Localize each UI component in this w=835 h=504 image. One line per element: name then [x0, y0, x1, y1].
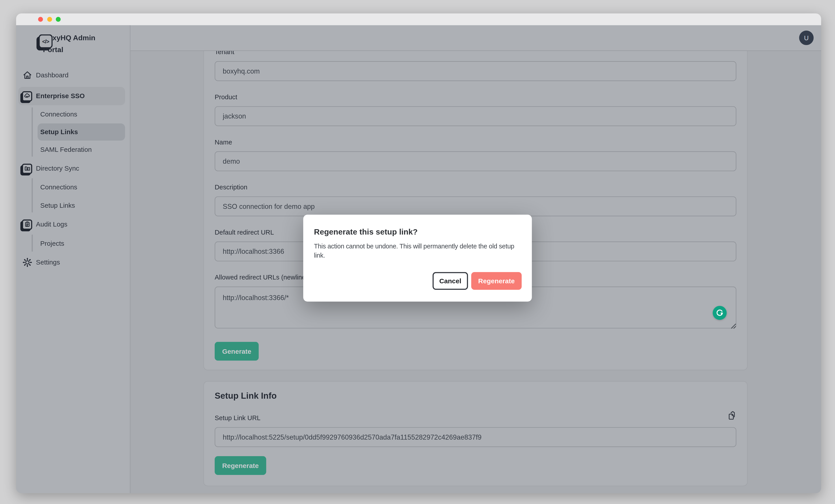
description-label: Description [215, 184, 247, 191]
product-label: Product [215, 94, 237, 101]
enterprise-sso-icon [22, 91, 32, 101]
regenerate-confirm-dialog: Regenerate this setup link? This action … [303, 215, 532, 302]
setup-link-url-label: Setup Link URL [215, 414, 261, 422]
tenant-input[interactable] [215, 61, 736, 81]
zoom-window-icon[interactable] [56, 17, 61, 22]
sidebar-item-dashboard[interactable]: Dashboard [16, 67, 130, 83]
name-input[interactable] [215, 152, 736, 171]
product-input[interactable] [215, 106, 736, 126]
default-redirect-url-label: Default redirect URL [215, 228, 274, 236]
sidebar-item-projects[interactable]: Projects [16, 236, 130, 252]
directory-sync-icon [22, 163, 32, 174]
sidebar-item-dsync-setup-links[interactable]: Setup Links [16, 198, 130, 214]
textarea-resize-handle-icon[interactable] [730, 322, 736, 331]
sidebar-item-sso-setup-links[interactable]: Setup Links [16, 124, 130, 140]
close-window-icon[interactable] [38, 17, 43, 22]
top-header: U [130, 25, 821, 51]
cancel-button[interactable]: Cancel [432, 272, 468, 290]
generate-button[interactable]: Generate [215, 342, 259, 361]
name-label: Name [215, 138, 232, 146]
description-input[interactable] [215, 196, 736, 216]
setup-link-info-card: Setup Link Info Setup Link URL Regenerat… [203, 381, 748, 486]
regenerate-button[interactable]: Regenerate [215, 456, 266, 475]
sidebar-item-dsync-connections[interactable]: Connections [16, 179, 130, 196]
window-titlebar [16, 14, 821, 25]
screen: </> BoxyHQ Admin Portal Dashboard [0, 0, 835, 504]
sidebar-item-settings[interactable]: Settings [16, 255, 130, 270]
setup-link-form-card: Tenant Product Name Description Default … [203, 32, 748, 370]
sidebar-item-audit-logs[interactable]: Audit Logs [16, 216, 130, 232]
boxyhq-logo-icon: </> [39, 35, 53, 48]
setup-link-info-heading: Setup Link Info [215, 391, 277, 401]
dialog-body-text: This action cannot be undone. This will … [314, 242, 522, 260]
copy-icon[interactable] [728, 411, 737, 421]
gear-icon [22, 257, 32, 268]
minimize-window-icon[interactable] [47, 17, 52, 22]
setup-link-url-input[interactable] [215, 427, 736, 447]
avatar[interactable]: U [799, 31, 814, 45]
sidebar: </> BoxyHQ Admin Portal Dashboard [16, 25, 130, 493]
sidebar-item-directory-sync[interactable]: Directory Sync [16, 161, 130, 177]
grammarly-icon[interactable] [713, 306, 727, 320]
confirm-regenerate-button[interactable]: Regenerate [471, 272, 522, 290]
home-icon [22, 70, 32, 80]
sidebar-item-saml-federation[interactable]: SAML Federation [16, 142, 130, 158]
audit-logs-icon [22, 219, 32, 229]
sidebar-item-sso-connections[interactable]: Connections [16, 106, 130, 122]
brand[interactable]: </> BoxyHQ Admin Portal [16, 25, 130, 68]
sidebar-item-enterprise-sso[interactable]: Enterprise SSO [16, 88, 130, 104]
dialog-title: Regenerate this setup link? [314, 228, 418, 236]
